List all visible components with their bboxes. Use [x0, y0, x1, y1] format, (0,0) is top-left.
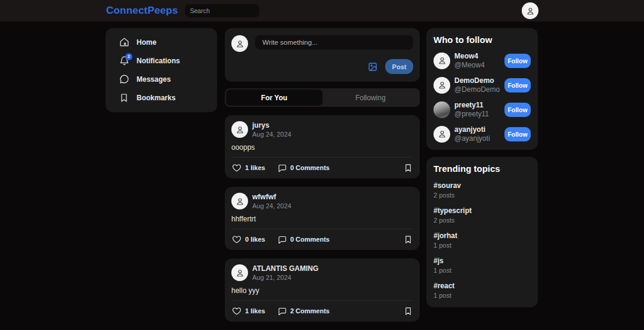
top-header: ConnectPeeps [0, 0, 644, 21]
topic-tag: #jorhat [434, 232, 531, 240]
topic-count: 1 post [434, 292, 531, 299]
sidebar-item-label: Messages [137, 75, 171, 84]
bookmark-icon [119, 93, 129, 103]
bookmark-icon [404, 164, 413, 172]
trending-topic[interactable]: #js 1 post [434, 257, 531, 274]
topic-count: 2 posts [434, 192, 531, 199]
person-icon [437, 129, 447, 139]
feed-tabs: For You Following [225, 88, 420, 107]
user-name: Meow4 [454, 52, 485, 60]
user-handle: @ayanjyoti [454, 134, 490, 143]
topic-tag: #react [434, 282, 531, 290]
app-logo[interactable]: ConnectPeeps [106, 5, 178, 17]
user-avatar [434, 77, 450, 94]
comment-count: 2 Comments [290, 307, 330, 314]
person-icon [235, 196, 245, 206]
person-icon [437, 55, 447, 66]
topic-tag: #sourav [434, 181, 531, 190]
user-name: preety11 [454, 101, 489, 109]
like-count: 0 likes [245, 236, 265, 243]
post-date: Aug 24, 2024 [252, 131, 291, 138]
tab-for-you[interactable]: For You [226, 90, 323, 106]
comment-count: 0 Comments [290, 164, 330, 171]
comment-icon [278, 307, 287, 316]
profile-avatar[interactable] [522, 2, 538, 19]
composer-input[interactable] [255, 35, 413, 50]
trending-topic[interactable]: #typescript 2 posts [434, 206, 531, 224]
follow-button[interactable]: Follow [504, 103, 531, 117]
post-content: hello yyy [231, 286, 413, 295]
suggested-user: DemoDemo @DemoDemo Follow [434, 76, 531, 94]
post-card: jurys Aug 24, 2024 ooopps 1 likes 0 Comm… [225, 115, 420, 178]
who-to-follow-card: Who to follow Meow4 @Meow4 Follow DemoDe… [426, 28, 538, 150]
suggested-user: ayanjyoti @ayanjyoti Follow [434, 125, 531, 143]
sidebar-item-label: Home [137, 38, 156, 47]
tab-following[interactable]: Following [323, 90, 419, 106]
post-content: ooopps [231, 143, 413, 152]
trending-topic[interactable]: #react 1 post [434, 282, 531, 299]
comment-icon [278, 235, 287, 244]
bookmark-post-button[interactable] [404, 235, 413, 244]
post-button[interactable]: Post [385, 59, 413, 74]
sidebar-item-label: Notifications [137, 57, 180, 65]
trending-topic[interactable]: #jorhat 1 post [434, 232, 531, 249]
bookmark-post-button[interactable] [404, 307, 413, 316]
comment-button[interactable]: 0 Comments [278, 164, 330, 172]
search-bar[interactable] [185, 4, 259, 17]
bookmark-post-button[interactable] [404, 164, 413, 172]
comment-button[interactable]: 2 Comments [278, 307, 330, 316]
bookmark-icon [404, 307, 413, 316]
comment-icon [278, 164, 287, 172]
like-button[interactable]: 1 likes [232, 306, 265, 316]
follow-button[interactable]: Follow [504, 127, 531, 141]
sidebar-item-home[interactable]: Home [106, 33, 217, 51]
post-author[interactable]: jurys [252, 121, 291, 129]
who-to-follow-title: Who to follow [434, 35, 531, 45]
attach-image-button[interactable] [368, 62, 377, 72]
user-avatar [434, 126, 450, 143]
post-author[interactable]: wfwfwf [252, 193, 291, 201]
home-icon [119, 37, 129, 47]
sidebar-item-messages[interactable]: Messages [106, 70, 217, 88]
post-avatar[interactable] [231, 264, 248, 281]
topic-count: 2 posts [434, 217, 531, 224]
person-icon [437, 80, 447, 90]
user-name: ayanjyoti [454, 125, 490, 134]
suggested-user: Meow4 @Meow4 Follow [434, 52, 531, 69]
user-name: DemoDemo [454, 76, 500, 85]
search-input[interactable] [190, 7, 271, 14]
topic-count: 1 post [434, 267, 531, 274]
topic-count: 1 post [434, 242, 531, 249]
person-icon [525, 6, 535, 16]
comment-button[interactable]: 0 Comments [278, 235, 330, 244]
chat-icon [119, 74, 129, 84]
post-card: ATLANTIS GAMING Aug 21, 2024 hello yyy 1… [225, 258, 420, 322]
composer: Post [225, 28, 420, 82]
follow-button[interactable]: Follow [504, 54, 531, 68]
post-avatar[interactable] [231, 121, 248, 138]
like-count: 1 likes [245, 307, 265, 314]
person-icon [235, 268, 245, 278]
post-author[interactable]: ATLANTIS GAMING [252, 264, 318, 273]
user-handle: @Meow4 [454, 61, 485, 69]
post-content: hhffertrt [231, 215, 413, 223]
topic-tag: #js [434, 257, 531, 265]
like-button[interactable]: 1 likes [232, 163, 265, 172]
composer-avatar [231, 35, 248, 52]
left-nav: Home 2 Notifications Messages Bookmarks [106, 28, 217, 112]
trending-topic[interactable]: #sourav 2 posts [434, 181, 531, 199]
heart-icon [232, 235, 242, 244]
user-avatar [434, 53, 450, 69]
user-handle: @DemoDemo [454, 85, 500, 94]
post-avatar[interactable] [231, 193, 248, 209]
person-icon [235, 125, 245, 135]
notification-badge: 2 [125, 53, 132, 60]
user-handle: @preety11 [454, 110, 489, 118]
post-date: Aug 21, 2024 [252, 274, 318, 281]
trending-card: Trending topics #sourav 2 posts #typescr… [426, 157, 538, 307]
sidebar-item-label: Bookmarks [137, 94, 175, 102]
follow-button[interactable]: Follow [504, 78, 531, 92]
like-button[interactable]: 0 likes [232, 235, 265, 244]
sidebar-item-notifications[interactable]: 2 Notifications [106, 51, 217, 70]
sidebar-item-bookmarks[interactable]: Bookmarks [106, 88, 217, 107]
